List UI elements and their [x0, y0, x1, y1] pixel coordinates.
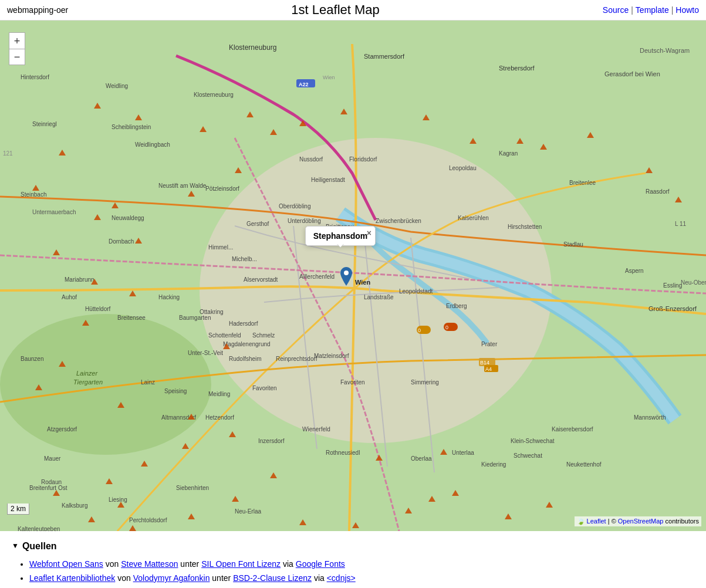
svg-text:Kaiserühlen: Kaiserühlen: [458, 215, 489, 221]
triangle-marker: [32, 185, 39, 191]
svg-text:Landstraße: Landstraße: [364, 294, 394, 300]
svg-text:Neukettenhof: Neukettenhof: [566, 461, 602, 468]
svg-text:Siebenhirten: Siebenhirten: [176, 485, 209, 491]
svg-text:Erdberg: Erdberg: [446, 303, 467, 309]
triangle-marker: [91, 279, 98, 285]
svg-text:Himmel...: Himmel...: [208, 244, 233, 251]
svg-text:L 11: L 11: [675, 221, 687, 227]
triangle-marker: [340, 109, 347, 114]
svg-text:Untermauerbach: Untermauerbach: [32, 209, 76, 215]
triangle-marker: [94, 214, 101, 220]
webfont-link[interactable]: Webfont Open Sans: [29, 559, 103, 569]
site-name-anchor[interactable]: webmapping-oer: [7, 5, 68, 15]
separator-2: |: [671, 5, 674, 15]
zoom-controls: + −: [9, 32, 25, 65]
svg-text:Rudolfsheim: Rudolfsheim: [229, 356, 262, 362]
triangle-marker: [452, 490, 459, 496]
howto-link[interactable]: Howto: [675, 5, 699, 15]
svg-text:Breitenlee: Breitenlee: [569, 180, 596, 186]
google-fonts-link[interactable]: Google Fonts: [296, 559, 345, 569]
triangle-marker: [232, 496, 239, 502]
svg-text:Zwischenbrücken: Zwischenbrücken: [376, 218, 421, 224]
triangle-marker: [587, 132, 594, 138]
header: webmapping-oer 1st Leaflet Map Source | …: [0, 0, 706, 21]
svg-text:Breitenfurt Ost: Breitenfurt Ost: [29, 485, 67, 491]
svg-text:Klosterneuburg: Klosterneuburg: [194, 92, 234, 98]
triangle-marker: [129, 290, 136, 296]
site-name-link[interactable]: webmapping-oer: [7, 5, 68, 15]
svg-text:Lainzer: Lainzer: [76, 370, 98, 377]
triangle-marker: [246, 111, 254, 117]
popup-close-button[interactable]: ×: [367, 229, 371, 237]
quellen-label: Quellen: [22, 538, 57, 554]
footer: ▼ Quellen Webfont Open Sans von Steve Ma…: [0, 531, 706, 588]
svg-text:Stadlau: Stadlau: [563, 241, 583, 248]
triangle-marker: [299, 120, 306, 126]
bsd-license-link[interactable]: BSD-2-Clause Lizenz: [233, 573, 312, 583]
zoom-out-button[interactable]: −: [9, 49, 25, 65]
svg-text:Prater: Prater: [481, 341, 498, 347]
map-scale: 2 km: [7, 503, 29, 515]
svg-text:Magdalenengrund: Magdalenengrund: [223, 341, 271, 347]
steve-matteson-link[interactable]: Steve Matteson: [121, 559, 178, 569]
svg-text:Oberlaa: Oberlaa: [411, 455, 432, 462]
svg-text:Kiedering: Kiedering: [481, 461, 506, 468]
svg-text:Lainz: Lainz: [141, 379, 155, 386]
svg-text:Aspern: Aspern: [625, 268, 644, 274]
svg-text:Schottenfeld: Schottenfeld: [208, 332, 241, 339]
nav-links: Source | Template | Howto: [603, 5, 699, 15]
sil-license-link[interactable]: SIL Open Font Lizenz: [201, 559, 281, 569]
source-link[interactable]: Source: [603, 5, 629, 15]
triangle-marker: [299, 519, 306, 525]
triangle-marker: [53, 249, 60, 255]
leaflet-lib-link[interactable]: Leaflet Kartenbibliothek: [29, 573, 115, 583]
svg-point-110: [344, 271, 349, 275]
svg-text:Steinbach: Steinbach: [21, 191, 46, 198]
svg-text:Simmering: Simmering: [411, 379, 439, 386]
svg-text:Leopoldstadt: Leopoldstadt: [399, 288, 433, 295]
osm-link[interactable]: OpenStreetMap: [618, 518, 664, 525]
svg-text:121: 121: [3, 150, 13, 157]
triangle-marker: [188, 191, 195, 197]
triangle-marker: [270, 472, 277, 478]
triangle-marker: [82, 320, 89, 326]
svg-text:Ottakring: Ottakring: [200, 309, 224, 315]
template-link[interactable]: Template: [636, 5, 669, 15]
svg-text:Baumgarten: Baumgarten: [179, 315, 211, 321]
svg-text:Hirschstetten: Hirschstetten: [508, 224, 542, 230]
triangle-marker: [440, 449, 447, 455]
leaflet-link[interactable]: 🍃 Leaflet: [577, 518, 606, 525]
attribution-separator: | ©: [608, 518, 618, 525]
svg-text:Hintersdorf: Hintersdorf: [21, 74, 49, 80]
svg-text:B14: B14: [480, 360, 489, 366]
triangle-marker: [188, 513, 195, 519]
svg-text:A4: A4: [485, 366, 492, 372]
svg-text:Stammersdorf: Stammersdorf: [364, 53, 405, 60]
svg-text:Hacking: Hacking: [158, 294, 180, 300]
svg-text:Rothneusiedl: Rothneusiedl: [326, 450, 360, 456]
triangle-marker: [352, 522, 359, 528]
page-title: 1st Leaflet Map: [68, 2, 603, 18]
svg-text:Mauer: Mauer: [44, 455, 61, 462]
triangle-marker: [88, 516, 95, 522]
zoom-in-button[interactable]: +: [9, 32, 25, 49]
triangle-marker: [270, 129, 277, 135]
cdnjs-link[interactable]: <cdnjs>: [327, 573, 356, 583]
popup-title: Stephansdom: [313, 231, 368, 241]
svg-text:Gersthof: Gersthof: [246, 221, 269, 227]
triangle-marker: [106, 478, 113, 484]
triangle-marker: [200, 126, 207, 132]
svg-text:Atzgersdorf: Atzgersdorf: [47, 426, 77, 432]
triangle-marker: [59, 150, 66, 156]
svg-text:Raasdorf: Raasdorf: [646, 188, 670, 195]
svg-text:Unterlaa: Unterlaa: [452, 450, 474, 456]
agafonkin-link[interactable]: Volodymyr Agafonkin: [133, 573, 210, 583]
triangle-marker: [182, 443, 189, 449]
list-item: Leaflet Kartenbibliothek von Volodymyr A…: [29, 572, 694, 586]
svg-text:Kaltenleutgeben: Kaltenleutgeben: [18, 526, 60, 531]
map[interactable]: Lainzer Tiergarten A22 Klosterneuburg St…: [0, 21, 706, 531]
location-marker[interactable]: [340, 267, 352, 283]
quellen-toggle[interactable]: ▼ Quellen: [12, 538, 694, 554]
svg-text:Auhof: Auhof: [62, 294, 77, 300]
triangle-marker: [516, 138, 523, 144]
